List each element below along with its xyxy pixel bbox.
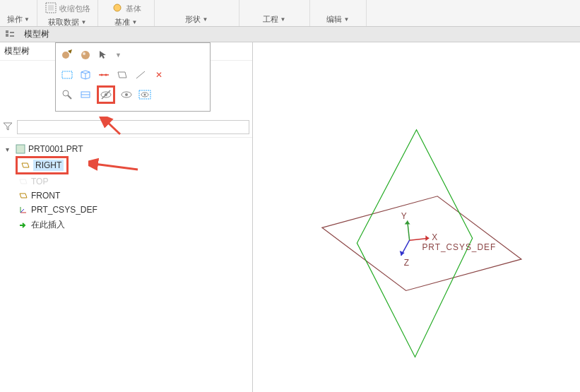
axis-z-label: Z — [404, 258, 409, 268]
dropdown-icon: ▼ — [202, 16, 208, 23]
ribbon-edit[interactable]: 编辑▼ — [310, 0, 367, 26]
filter-row — [0, 117, 252, 138]
main-area: ▼ ✕ — [0, 42, 580, 392]
ribbon-operate[interactable]: 操作▼ — [0, 0, 37, 26]
dropdown-icon: ▼ — [24, 16, 30, 23]
model-tree: ▾ PRT0001.PRT RIGHT TOP — [0, 138, 252, 237]
tree-root-label: PRT0001.PRT — [28, 144, 83, 154]
svg-point-27 — [144, 94, 146, 96]
csys-icon — [18, 205, 28, 215]
plane-icon[interactable] — [115, 68, 129, 82]
tree-root[interactable]: ▾ PRT0001.PRT — [3, 142, 249, 156]
csys-label: PRT_CSYS_DEF — [422, 242, 496, 252]
shrinkwrap-label: 收缩包络 — [59, 4, 90, 14]
tree-item-insert[interactable]: 在此插入 — [16, 217, 249, 233]
zoom-icon[interactable] — [60, 88, 74, 102]
tree-item-label: TOP — [31, 177, 48, 186]
svg-point-24 — [125, 93, 128, 96]
ribbon-datum[interactable]: 基体 基准▼ — [98, 0, 155, 26]
svg-point-7 — [62, 52, 69, 59]
select-icon[interactable] — [97, 48, 111, 62]
viewport-svg: X Y Z PRT_CSYS_DEF — [253, 42, 580, 392]
show-dashed-icon[interactable] — [138, 88, 152, 102]
tree-item-label: 在此插入 — [31, 219, 65, 231]
svg-point-9 — [83, 52, 85, 55]
color-icon[interactable] — [78, 48, 93, 62]
tree-item-front[interactable]: FRONT — [16, 189, 249, 203]
axis-y-label: Y — [401, 211, 407, 221]
svg-point-16 — [63, 90, 69, 96]
dropdown-icon: ▼ — [81, 19, 86, 25]
dropdown-icon[interactable]: ▼ — [115, 52, 122, 59]
axis-x-label: X — [432, 232, 437, 242]
base-label: 基体 — [126, 4, 141, 14]
svg-point-8 — [81, 51, 90, 59]
dashed-box-icon[interactable] — [60, 68, 74, 82]
svg-rect-28 — [16, 145, 25, 153]
svg-line-31 — [20, 209, 24, 213]
viewport[interactable]: X Y Z PRT_CSYS_DEF — [253, 42, 580, 392]
tree-item-csys[interactable]: PRT_CSYS_DEF — [16, 203, 249, 217]
tree-item-label: FRONT — [31, 191, 60, 201]
plane-icon — [18, 191, 28, 201]
sidebar: ▼ ✕ — [0, 42, 253, 392]
svg-rect-6 — [10, 35, 14, 37]
collapse-icon[interactable]: ▾ — [6, 145, 13, 153]
ribbon: 操作▼ 收缩包络 获取数据▼ 基体 基准▼ 形状▼ 工程▼ 编辑▼ — [0, 0, 580, 27]
tab-bar: 模型树 — [0, 27, 580, 42]
svg-rect-3 — [6, 30, 8, 33]
tree-item-right[interactable]: RIGHT — [16, 156, 69, 174]
svg-line-14 — [136, 71, 145, 78]
ribbon-shape[interactable]: 形状▼ — [155, 0, 239, 26]
tree-item-label: PRT_CSYS_DEF — [31, 205, 97, 215]
tree-item-label: RIGHT — [33, 160, 64, 171]
ribbon-getdata[interactable]: 收缩包络 获取数据▼ — [37, 0, 98, 26]
plane-icon — [18, 177, 28, 186]
svg-rect-5 — [10, 32, 14, 33]
dropdown-icon: ▼ — [131, 19, 137, 25]
insert-arrow-icon — [18, 220, 28, 230]
line-icon[interactable] — [134, 68, 148, 82]
point-icon[interactable]: ✕ — [152, 68, 166, 82]
appearance-icon[interactable] — [60, 48, 74, 62]
filter-icon[interactable] — [3, 121, 14, 133]
svg-rect-10 — [62, 71, 72, 78]
plane-icon — [20, 160, 30, 170]
show-icon[interactable] — [119, 88, 134, 102]
box-icon[interactable] — [78, 68, 93, 82]
svg-text:✕: ✕ — [155, 70, 162, 80]
shrinkwrap-icon[interactable] — [45, 1, 57, 16]
tab-model-tree[interactable]: 模型树 — [18, 26, 55, 42]
svg-rect-4 — [6, 34, 8, 37]
dropdown-icon: ▼ — [280, 16, 285, 23]
view-icon[interactable] — [78, 88, 93, 102]
svg-line-17 — [68, 95, 71, 99]
svg-point-2 — [114, 4, 121, 11]
svg-rect-1 — [48, 5, 54, 11]
tree-nav-icon[interactable] — [4, 29, 16, 40]
base-icon[interactable] — [111, 1, 124, 16]
filter-input[interactable] — [17, 120, 249, 134]
ribbon-eng[interactable]: 工程▼ — [239, 0, 310, 26]
hide-icon[interactable] — [97, 85, 115, 104]
svg-point-13 — [105, 74, 107, 76]
svg-point-12 — [101, 74, 103, 76]
placeholder-icon — [126, 48, 182, 62]
axis-red-icon[interactable] — [97, 68, 111, 82]
tree-children: RIGHT TOP FRONT — [3, 156, 249, 233]
part-icon — [16, 144, 25, 154]
tree-item-top[interactable]: TOP — [16, 174, 249, 189]
mini-toolbar: ▼ ✕ — [55, 42, 211, 112]
dropdown-icon: ▼ — [343, 16, 349, 23]
